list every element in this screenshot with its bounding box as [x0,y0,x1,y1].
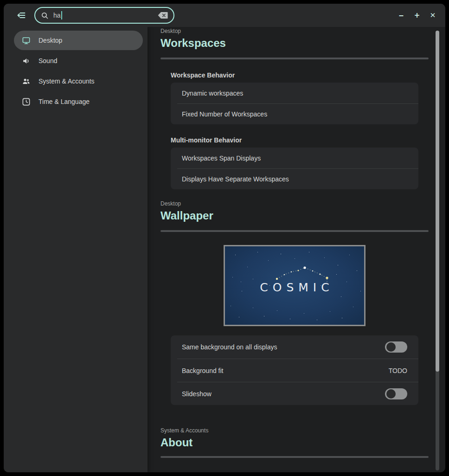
same-background-toggle[interactable] [385,341,407,353]
option-row-separate-workspaces[interactable]: Displays Have Separate Workspaces [177,168,418,189]
section-title-wallpaper: Wallpaper [160,209,429,223]
section-divider [160,58,429,59]
text-caret [61,11,62,19]
option-label: Workspaces Span Displays [182,154,261,162]
sidebar-nav: Desktop Sound System & Accounts [4,27,148,472]
sidebar-item-sound[interactable]: Sound [14,51,143,71]
slideshow-toggle[interactable] [385,388,407,399]
users-icon [21,77,31,86]
wallpaper-preview[interactable]: COSMIC [224,245,366,326]
toggle-knob [386,389,396,399]
sound-icon [21,56,31,65]
setting-label: Slideshow [182,390,212,398]
clock-icon [21,97,31,106]
setting-row-background-fit[interactable]: Background fit TODO [177,359,418,382]
section-divider [160,456,429,458]
setting-row-same-background: Same background on all displays [171,335,418,359]
option-row-dynamic-workspaces[interactable]: Dynamic workspaces [171,83,418,103]
window-controls: ‒ + ✕ [396,10,438,20]
toggle-knob [386,342,396,352]
wallpaper-title-text: COSMIC [225,281,364,294]
option-label: Displays Have Separate Workspaces [182,175,289,183]
sidebar-item-system-accounts[interactable]: System & Accounts [14,71,143,91]
search-input[interactable]: ha [34,7,174,24]
close-button[interactable]: ✕ [428,10,438,20]
header-bar: ha ‒ + ✕ [4,4,445,27]
settings-scroll-area: Desktop Workspaces Workspace Behavior Dy… [148,27,445,472]
section-title-about: About [160,436,429,450]
search-icon [41,12,49,19]
option-label: Fixed Number of Workspaces [182,110,267,118]
setting-label: Same background on all displays [182,343,277,351]
option-row-span-displays[interactable]: Workspaces Span Displays [171,148,418,168]
search-value: ha [53,12,61,19]
group-label-workspace-behavior: Workspace Behavior [171,71,429,79]
section-title-workspaces: Workspaces [160,36,429,50]
setting-row-slideshow: Slideshow [177,382,418,405]
wallpaper-options-card: Same background on all displays Backgrou… [171,335,418,405]
sidebar-item-label: Time & Language [38,98,90,105]
group-label-multimonitor-behavior: Multi-monitor Behavior [171,136,429,144]
sidebar-item-label: Desktop [38,37,62,44]
sidebar-collapse-button[interactable] [16,10,27,21]
scrollbar-thumb[interactable] [436,31,439,372]
maximize-button[interactable]: + [412,10,422,20]
settings-window: ha ‒ + ✕ Desktop [4,4,445,472]
sidebar-item-label: Sound [38,57,57,64]
section-category: Desktop [160,27,429,34]
section-divider [160,230,429,232]
minimize-button[interactable]: ‒ [396,10,406,20]
scrollbar-track[interactable] [436,31,439,470]
setting-label: Background fit [182,367,224,374]
sidebar-item-desktop[interactable]: Desktop [14,31,143,50]
option-row-fixed-workspaces[interactable]: Fixed Number of Workspaces [177,103,418,124]
desktop-icon [21,36,31,45]
background-fit-value: TODO [389,367,407,374]
clear-search-icon[interactable] [158,12,168,19]
workspace-behavior-card: Dynamic workspaces Fixed Number of Works… [171,83,418,124]
option-label: Dynamic workspaces [182,90,243,97]
section-category: Desktop [160,199,429,207]
sidebar-item-time-language[interactable]: Time & Language [14,92,143,111]
multimonitor-behavior-card: Workspaces Span Displays Displays Have S… [171,148,418,189]
sidebar-item-label: System & Accounts [38,77,95,85]
section-category: System & Accounts [160,426,429,434]
sidebar-collapse-icon [17,11,26,20]
